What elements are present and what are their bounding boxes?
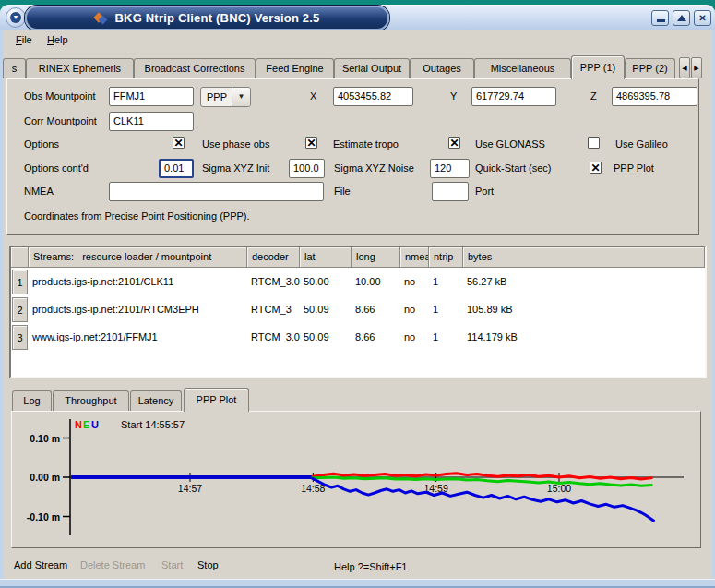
cell-long: 10.00 bbox=[355, 269, 381, 295]
row-number[interactable]: 1 bbox=[12, 270, 28, 294]
row-number[interactable]: 2 bbox=[12, 297, 28, 322]
obs-mountpoint-input[interactable]: FFMJ1 bbox=[109, 87, 194, 106]
x-label: X bbox=[310, 90, 316, 102]
delete-stream-button[interactable]: Delete Stream bbox=[80, 559, 145, 570]
file-label: File bbox=[334, 186, 351, 198]
panel-note: Coordinates from Precise Point Positioni… bbox=[24, 210, 250, 222]
use-phase-obs-label: Use phase obs bbox=[202, 138, 269, 150]
tab-rinex-ephemeris[interactable]: RINEX Ephemeris bbox=[26, 58, 134, 78]
tab-log[interactable]: Log bbox=[12, 390, 52, 411]
tab-feed-engine[interactable]: Feed Engine bbox=[256, 58, 334, 78]
nmea-port-input[interactable] bbox=[432, 182, 469, 201]
sigma-xyz-noise-label: Sigma XYZ Noise bbox=[334, 162, 414, 174]
y-input[interactable]: 617729.74 bbox=[471, 87, 556, 106]
estimate-tropo-label: Estimate tropo bbox=[333, 138, 399, 150]
app-window: ▼ BKG Ntrip Client (BNC) Version 2.5 ✕ F… bbox=[0, 0, 715, 588]
tab-rinex-observations[interactable]: s bbox=[3, 58, 26, 78]
tab-throughput[interactable]: Throughput bbox=[53, 390, 129, 411]
svg-text:Start 14:55:57: Start 14:55:57 bbox=[121, 419, 185, 430]
tab-latency[interactable]: Latency bbox=[130, 390, 182, 411]
tab-serial-output[interactable]: Serial Output bbox=[334, 58, 410, 78]
col-header-rownum[interactable] bbox=[11, 247, 29, 268]
corr-mountpoint-label: Corr Mountpoint bbox=[24, 115, 97, 127]
obs-mountpoint-label: Obs Mountpoint bbox=[24, 90, 96, 102]
ppp-mode-select[interactable]: PPP ▼ bbox=[200, 87, 251, 107]
cell-bytes: 114.179 kB bbox=[467, 324, 518, 351]
use-phase-obs-checkbox[interactable] bbox=[173, 137, 185, 149]
corr-mountpoint-input[interactable]: CLK11 bbox=[109, 112, 194, 131]
combo-arrow-icon: ▼ bbox=[232, 88, 250, 106]
window-body: File Help s RINEX Ephemeris Broadcast Co… bbox=[3, 30, 712, 579]
close-icon: ✕ bbox=[698, 13, 706, 23]
use-glonass-checkbox[interactable] bbox=[448, 137, 460, 149]
add-stream-button[interactable]: Add Stream bbox=[14, 559, 67, 570]
close-button[interactable]: ✕ bbox=[694, 10, 711, 26]
quick-start-label: Quick-Start (sec) bbox=[475, 162, 552, 174]
col-header-streams[interactable]: Streams: resource loader / mountpoint bbox=[29, 247, 247, 268]
col-header-long[interactable]: long bbox=[352, 247, 400, 268]
sigma-xyz-init-input[interactable]: 0.01 bbox=[159, 159, 194, 178]
tab-ppp-plot[interactable]: PPP Plot bbox=[184, 388, 249, 412]
y-label: Y bbox=[450, 90, 457, 102]
svg-text:U: U bbox=[91, 419, 99, 430]
quick-start-input[interactable]: 120 bbox=[430, 159, 470, 178]
app-icon bbox=[94, 12, 108, 25]
tab-miscellaneous[interactable]: Miscellaneous bbox=[474, 58, 571, 78]
desktop: ▼ BKG Ntrip Client (BNC) Version 2.5 ✕ F… bbox=[0, 0, 715, 588]
tab-ppp-1[interactable]: PPP (1) bbox=[571, 55, 625, 79]
titlebar: ▼ BKG Ntrip Client (BNC) Version 2.5 ✕ bbox=[0, 5, 715, 30]
ppp1-panel: Obs Mountpoint FFMJ1 PPP ▼ X 4053455.82 … bbox=[6, 78, 699, 235]
tab-scroll-left-button[interactable]: ◀ bbox=[679, 57, 690, 78]
cell-bytes: 56.27 kB bbox=[467, 269, 506, 295]
cell-nmea: no bbox=[404, 324, 415, 351]
col-header-nmea[interactable]: nmea bbox=[400, 247, 429, 268]
sigma-xyz-noise-input[interactable]: 100.0 bbox=[289, 159, 325, 178]
cell-lat: 50.00 bbox=[304, 269, 329, 295]
x-input[interactable]: 4053455.82 bbox=[333, 87, 413, 106]
cell-ntrip: 1 bbox=[433, 296, 438, 323]
col-header-lat[interactable]: lat bbox=[300, 247, 352, 268]
cell-decoder: RTCM_3.0 bbox=[251, 324, 300, 351]
options-contd-label: Options cont'd bbox=[24, 162, 89, 174]
maximize-button[interactable] bbox=[673, 10, 690, 26]
col-header-bytes[interactable]: bytes bbox=[463, 247, 705, 268]
nmea-file-input[interactable] bbox=[109, 182, 324, 201]
sigma-xyz-init-label: Sigma XYZ Init bbox=[202, 162, 269, 174]
cell-long: 8.66 bbox=[355, 324, 375, 351]
menu-help[interactable]: Help bbox=[43, 30, 72, 50]
ppp-mode-value: PPP bbox=[207, 88, 227, 106]
z-input[interactable]: 4869395.78 bbox=[612, 87, 697, 106]
cell-long: 8.66 bbox=[355, 296, 375, 323]
estimate-tropo-checkbox[interactable] bbox=[305, 137, 317, 149]
ppp-plot-label: PPP Plot bbox=[614, 162, 654, 174]
stop-button[interactable]: Stop bbox=[197, 559, 219, 570]
col-header-decoder[interactable]: decoder bbox=[247, 247, 300, 268]
cell-nmea: no bbox=[404, 296, 415, 323]
cell-nmea: no bbox=[404, 269, 415, 295]
svg-text:14:57: 14:57 bbox=[178, 483, 202, 494]
ppp-plot-checkbox[interactable] bbox=[590, 162, 602, 174]
use-galileo-checkbox[interactable] bbox=[588, 137, 600, 149]
minimize-button[interactable] bbox=[651, 10, 669, 26]
svg-text:N: N bbox=[75, 419, 82, 430]
window-menu-button[interactable]: ▼ bbox=[6, 7, 26, 28]
title-tab: BKG Ntrip Client (BNC) Version 2.5 bbox=[25, 6, 389, 30]
start-button[interactable]: Start bbox=[161, 559, 183, 570]
help-shortcut-label: Help ?=Shift+F1 bbox=[334, 561, 408, 573]
tab-broadcast-corrections[interactable]: Broadcast Corrections bbox=[134, 58, 256, 78]
row-number[interactable]: 3 bbox=[12, 325, 28, 350]
window-border-bottom bbox=[0, 579, 715, 588]
svg-text:-0.10 m: -0.10 m bbox=[27, 511, 60, 522]
cell-ntrip: 1 bbox=[433, 269, 438, 295]
menu-file[interactable]: File bbox=[12, 30, 36, 50]
cell-lat: 50.09 bbox=[304, 296, 329, 323]
cell-lat: 50.09 bbox=[304, 324, 329, 351]
col-header-ntrip[interactable]: ntrip bbox=[429, 247, 463, 268]
streams-table: Streams: resource loader / mountpoint de… bbox=[9, 246, 707, 378]
cell-mountpoint: products.igs-ip.net:2101/RTCM3EPH bbox=[32, 296, 199, 323]
tab-scroll-right-button[interactable]: ▶ bbox=[691, 57, 702, 78]
ppp-plot-panel: 0.10 m0.00 m-0.10 m14:5714:5814:5915:00N… bbox=[11, 411, 701, 548]
tab-ppp-2[interactable]: PPP (2) bbox=[625, 58, 675, 78]
tab-outages[interactable]: Outages bbox=[410, 58, 474, 78]
nmea-label: NMEA bbox=[24, 186, 54, 198]
